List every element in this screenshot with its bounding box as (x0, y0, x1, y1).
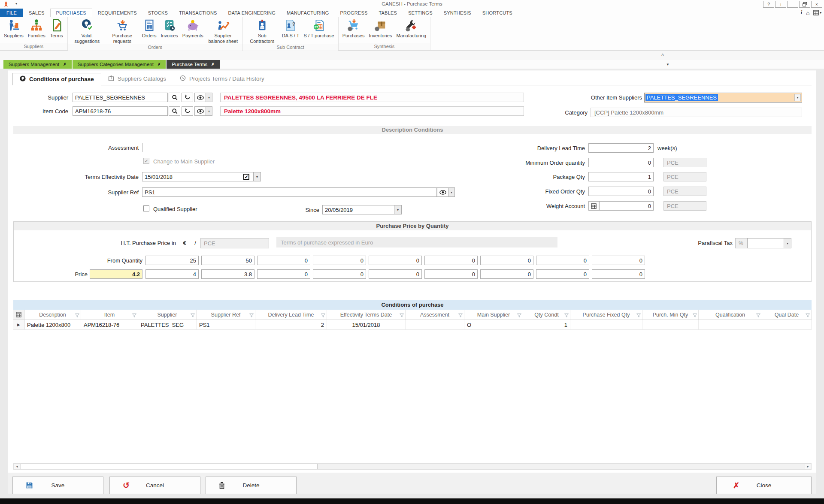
calculator-menu-icon[interactable]: ▾ (813, 10, 821, 15)
cancel-button[interactable]: ↺ Cancel (109, 477, 200, 494)
from-quantity-cell[interactable]: 0 (424, 256, 478, 265)
from-quantity-cell[interactable]: 0 (257, 256, 310, 265)
ribbon-item-families[interactable]: Families (26, 18, 48, 39)
minimize-button[interactable]: – (787, 1, 798, 8)
filter-funnel-icon[interactable] (517, 313, 521, 319)
ribbon-item-payments[interactable]: Payments (180, 18, 206, 39)
scroll-right-icon[interactable]: ▸ (805, 464, 811, 469)
filter-funnel-icon[interactable] (636, 313, 641, 319)
grid-column-header[interactable]: Qualification (699, 310, 762, 320)
package-qty-input[interactable] (588, 172, 654, 181)
ribbon-item-st-purchase[interactable]: ST S / T purchase (301, 18, 336, 39)
grid-column-header[interactable]: Qual Date (762, 310, 812, 320)
assessment-input[interactable] (142, 143, 450, 152)
filter-funnel-icon[interactable] (756, 313, 760, 319)
menu-item-manufacturing[interactable]: MANUFACTURING (281, 9, 335, 17)
scrollbar-thumb[interactable] (21, 464, 318, 469)
menu-item-sales[interactable]: SALES (23, 9, 50, 17)
restore-button[interactable] (799, 1, 810, 8)
grid-horizontal-scrollbar[interactable]: ◂ ▸ (13, 463, 812, 470)
filter-funnel-icon[interactable] (400, 313, 404, 319)
grid-cell[interactable]: 2 (255, 320, 327, 329)
style-button[interactable]: ↑ (775, 1, 786, 8)
item-search-button[interactable] (169, 106, 180, 116)
doc-tab-suppliers-categories-management[interactable]: Suppliers Categories Management ✗ (73, 60, 166, 69)
qualified-supplier-checkbox[interactable] (143, 205, 149, 211)
supplier-search-button[interactable] (169, 93, 180, 102)
menu-item-stocks[interactable]: STOCKS (142, 9, 173, 17)
supplier-ref-input[interactable] (142, 187, 437, 197)
from-quantity-cell[interactable]: 0 (369, 256, 422, 265)
doc-tab-suppliers-management[interactable]: Suppliers Management ✗ (3, 60, 72, 69)
supplier-ref-view-button[interactable] (437, 187, 448, 197)
ribbon-item-suppliers[interactable]: Suppliers (2, 18, 26, 39)
grid-column-header[interactable]: Main Supplier (464, 310, 523, 320)
base-price-cell[interactable]: 4.2 (90, 269, 142, 279)
weight-account-input[interactable] (599, 201, 654, 211)
supplier-refresh-button[interactable] (182, 93, 193, 102)
effectivity-checked-icon[interactable]: ✔ (243, 174, 249, 180)
menu-item-shortcuts[interactable]: SHORTCUTS (477, 9, 518, 17)
delete-button[interactable]: Delete (206, 477, 297, 494)
save-button[interactable]: Save (12, 477, 103, 494)
since-date-input[interactable] (322, 205, 394, 214)
terms-effectivity-date-input[interactable] (142, 172, 254, 181)
grid-corner-icon[interactable] (13, 310, 24, 320)
other-item-suppliers-combo[interactable]: PALETTES_SEGREENNES ▾ (644, 93, 802, 103)
grid-column-header[interactable]: Effectivity Terms Date (327, 310, 406, 320)
parafiscal-dropdown-icon[interactable]: ▾ (784, 238, 791, 248)
supplier-view-dropdown-icon[interactable]: ▾ (206, 93, 212, 102)
price-cell[interactable]: 0 (313, 269, 366, 279)
filter-funnel-icon[interactable] (321, 313, 325, 319)
filter-funnel-icon[interactable] (693, 313, 697, 319)
price-cell[interactable]: 4 (145, 269, 199, 279)
grid-cell[interactable] (570, 320, 642, 329)
from-quantity-cell[interactable]: 50 (201, 256, 254, 265)
price-cell[interactable]: 0 (536, 269, 589, 279)
price-cell[interactable]: 0 (257, 269, 310, 279)
grid-cell[interactable]: Palette 1200x800 (24, 320, 81, 329)
ribbon-item-orders[interactable]: Orders (140, 18, 159, 39)
since-dropdown-icon[interactable]: ▾ (394, 205, 402, 214)
tab-close-icon[interactable]: ✗ (158, 62, 161, 66)
price-cell[interactable]: 3.8 (201, 269, 254, 279)
from-quantity-cell[interactable]: 25 (145, 256, 199, 265)
filter-funnel-icon[interactable] (458, 313, 463, 319)
effectivity-date-dropdown-icon[interactable]: ▾ (254, 172, 261, 181)
menu-item-progress[interactable]: PROGRESS (335, 9, 373, 17)
grid-cell[interactable] (406, 320, 464, 329)
minimum-order-quantity-input[interactable] (588, 158, 654, 167)
supplier-ref-dropdown-icon[interactable]: ▾ (448, 187, 455, 197)
grid-column-header[interactable]: Purchase Fixed Qty (570, 310, 642, 320)
from-quantity-cell[interactable]: 0 (313, 256, 366, 265)
from-quantity-cell[interactable]: 0 (480, 256, 533, 265)
grid-data-row[interactable]: ▶ Palette 1200x800APM16218-76PALETTES_SE… (13, 320, 812, 330)
tab-suppliers-catalogs[interactable]: Suppliers Catalogs (101, 72, 173, 85)
home-icon[interactable]: ⌂ (806, 9, 809, 16)
ribbon-item-invoices[interactable]: Invoices (158, 18, 180, 39)
tab-list-dropdown-icon[interactable]: ▼ (666, 63, 670, 66)
item-view-dropdown-icon[interactable]: ▾ (206, 106, 212, 116)
menu-item-data-engineering[interactable]: DATA ENGINEERING (223, 9, 281, 17)
tab-conditions-of-purchase[interactable]: Conditions of purchase (12, 73, 101, 85)
scroll-left-icon[interactable]: ◂ (14, 464, 20, 469)
grid-cell[interactable]: 15/01/2018 (327, 320, 406, 329)
menu-item-synthesis[interactable]: SYNTHESIS (438, 9, 477, 17)
price-cell[interactable]: 0 (424, 269, 478, 279)
parafiscal-tax-input[interactable] (747, 238, 784, 248)
item-view-button[interactable] (194, 106, 206, 116)
ribbon-item-supplier-balance-sheet[interactable]: Supplier balance sheet (206, 18, 241, 44)
grid-cell[interactable]: O (464, 320, 523, 329)
supplier-input[interactable] (73, 93, 168, 102)
grid-column-header[interactable]: Description (24, 310, 81, 320)
grid-column-header[interactable]: Supplier Ref (197, 310, 255, 320)
close-window-button[interactable]: × (811, 1, 822, 8)
ribbon-item-purchase-requests[interactable]: Purchase requests (105, 18, 140, 44)
grid-cell[interactable]: 1 (523, 320, 570, 329)
grid-column-header[interactable]: Item (81, 310, 138, 320)
grid-column-header[interactable]: Qty Condt (523, 310, 570, 320)
tab-close-icon[interactable]: ✗ (63, 62, 67, 66)
close-button[interactable]: ✗ Close (716, 477, 812, 494)
other-suppliers-dropdown-icon[interactable]: ▾ (794, 94, 801, 101)
change-main-supplier-checkbox[interactable]: ✔ (143, 158, 149, 164)
